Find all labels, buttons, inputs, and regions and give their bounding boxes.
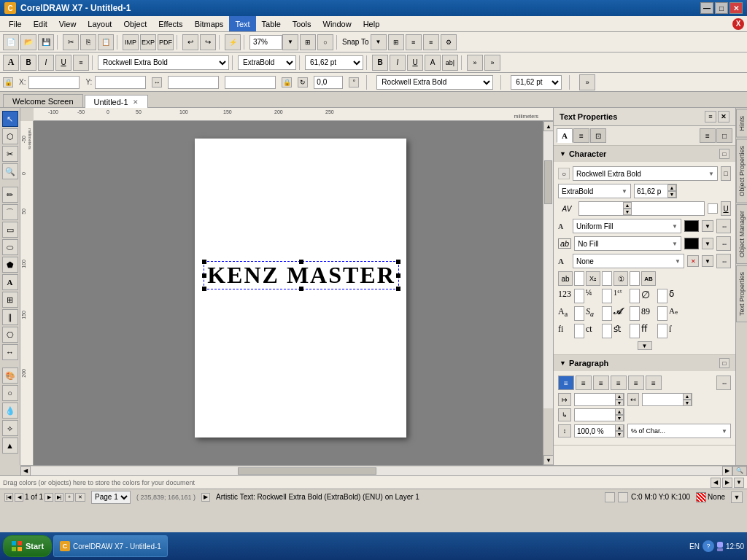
last-page-btn[interactable]: ▶| [55, 493, 63, 502]
shape-tool[interactable]: ⬡ [2, 128, 18, 144]
fill-type-dropdown[interactable]: Uniform Fill ▼ [573, 219, 681, 233]
align-justify-button[interactable]: ≡ [611, 376, 627, 390]
linespacing-unit-dropdown[interactable]: % of Char... ▼ [627, 424, 731, 438]
circle-btn[interactable]: ① [614, 271, 628, 286]
indent-down-button3[interactable]: ▼ [615, 415, 624, 421]
style-checkbox-6[interactable] [630, 289, 640, 303]
indent-down-button2[interactable]: ▼ [683, 400, 692, 406]
style-checkbox-15[interactable] [657, 324, 667, 338]
menu-help[interactable]: Help [357, 16, 386, 31]
canvas-scroll-area[interactable]: KENZ MASTER ▲ ▼ [34, 121, 553, 465]
handle-top-right[interactable] [396, 260, 400, 264]
new-button[interactable]: 📄 [3, 34, 19, 50]
character-button[interactable]: ab| [442, 55, 458, 71]
menu-effects[interactable]: Effects [152, 16, 188, 31]
italic-button[interactable]: I [38, 55, 54, 71]
color-tool[interactable]: ▲ [2, 438, 18, 454]
handle-bottom-left[interactable] [202, 287, 206, 291]
save-button[interactable]: 💾 [38, 34, 54, 50]
align-left-button[interactable]: ≡ [558, 376, 574, 390]
minimize-button[interactable]: — [700, 2, 713, 14]
font-style-dropdown[interactable]: ExtraBold ▼ [558, 184, 631, 198]
expand-button2[interactable]: » [484, 55, 500, 71]
outline-more-button[interactable]: ··· [716, 236, 731, 251]
font-size-input[interactable]: 61,62 pt [511, 75, 562, 90]
outline-type-dropdown[interactable]: No Fill ▼ [574, 236, 681, 251]
style-checkbox-1[interactable] [574, 271, 584, 286]
cut-button[interactable]: ✂ [63, 34, 79, 50]
import-button[interactable]: IMP [123, 34, 139, 50]
status-expand2[interactable]: ▼ [731, 491, 743, 503]
background-type-dropdown[interactable]: None ▼ [573, 254, 684, 268]
h-input[interactable]: 15,152 mm [225, 76, 276, 89]
handle-bottom-middle[interactable] [299, 287, 303, 291]
menu-tools[interactable]: Tools [287, 16, 317, 31]
vertical-scrollbar[interactable]: ▲ ▼ [543, 121, 553, 465]
menu-file[interactable]: File [3, 16, 28, 31]
indent-up-button[interactable]: ▲ [615, 393, 624, 400]
tab-frame-icon[interactable]: ⊡ [590, 128, 606, 143]
smartdraw-tool[interactable]: ⌒ [2, 204, 18, 220]
size-up-button[interactable]: ▲ [667, 184, 676, 191]
tab-close-button[interactable]: ✕ [133, 98, 139, 106]
handle-bottom-right[interactable] [396, 287, 400, 291]
scroll-right-button[interactable]: ▶ [722, 466, 732, 476]
style-checkbox-10[interactable] [630, 306, 640, 321]
font-size-spinput[interactable] [635, 184, 667, 198]
align-button[interactable]: ≡ [406, 34, 422, 50]
handle-middle-right[interactable] [396, 273, 400, 278]
select-tool[interactable]: ↖ [2, 111, 18, 127]
redo-button[interactable]: ↪ [200, 34, 216, 50]
background-clear-button[interactable]: ✕ [687, 255, 699, 267]
scroll-up-button[interactable]: ▲ [543, 121, 553, 131]
style-checkbox-13[interactable] [602, 324, 612, 338]
tab-paragraph-icon[interactable]: ≡ [573, 128, 589, 143]
indent-up-button3[interactable]: ▲ [615, 408, 624, 415]
underline-text-button[interactable]: U [407, 55, 423, 71]
palette-expand[interactable]: ▼ [734, 478, 744, 488]
font-size-combo[interactable]: 61,62 pt [305, 55, 363, 70]
menu-bitmaps[interactable]: Bitmaps [189, 16, 230, 31]
document-tab[interactable]: Untitled-1 ✕ [85, 95, 148, 108]
zoom-tool[interactable]: 🔍 [2, 163, 18, 179]
style-checkbox-11[interactable] [657, 306, 667, 321]
style-checkbox-2[interactable] [602, 271, 612, 286]
scroll-left-button[interactable]: ◀ [20, 466, 31, 476]
paragraph-options[interactable]: □ [719, 358, 729, 368]
fill-tool[interactable]: 🎨 [2, 368, 18, 384]
style-checkbox-14[interactable] [630, 324, 640, 338]
subscript-btn[interactable]: X₂ [586, 271, 600, 286]
view-mode-button[interactable]: ⊞ [300, 34, 316, 50]
text-properties-side-label[interactable]: Text Properties [736, 265, 748, 322]
palette-scroll-left[interactable]: ◀ [711, 478, 721, 488]
next-page-btn[interactable]: ▶ [44, 493, 53, 502]
add-page-btn[interactable]: + [65, 493, 74, 502]
font-name-combo[interactable]: Rockwell Extra Bold [376, 75, 493, 90]
expand-character-button[interactable]: ▼ [638, 341, 652, 350]
table-tool[interactable]: ⊞ [2, 292, 18, 308]
menu-layout[interactable]: Layout [82, 16, 117, 31]
lock2-icon[interactable]: 🔒 [282, 77, 292, 88]
bold-button[interactable]: B [20, 55, 36, 71]
h-scroll-track[interactable] [31, 467, 722, 475]
snap-dropdown[interactable]: ▼ [371, 34, 387, 50]
scroll-down-button[interactable]: ▼ [543, 455, 553, 465]
text-more-button[interactable]: A [425, 55, 441, 71]
eyedropper-tool[interactable]: 💧 [2, 402, 18, 419]
y-input[interactable]: 166,882 mm [95, 76, 146, 89]
size-down-button[interactable]: ▼ [667, 191, 676, 198]
fill-more-button[interactable]: ··· [716, 219, 731, 233]
object-manager-label[interactable]: Object Manager [736, 204, 748, 264]
font-family-combo[interactable]: Rockwell Extra Bold [98, 55, 229, 70]
handle-top-middle[interactable] [299, 260, 303, 264]
help-icon[interactable]: ? [703, 540, 714, 552]
italic-text-button[interactable]: I [390, 55, 406, 71]
outline-color-swatch[interactable] [684, 238, 699, 249]
indent-input2[interactable] [643, 394, 683, 405]
publish-button[interactable]: PDF [158, 34, 174, 50]
prev-page-btn[interactable]: ◀ [15, 493, 23, 502]
linespacing-down-button[interactable]: ▼ [615, 431, 624, 438]
angle-input[interactable] [314, 76, 343, 89]
underline-button[interactable]: U [55, 55, 71, 71]
status-expand[interactable]: ▶ [201, 493, 210, 502]
